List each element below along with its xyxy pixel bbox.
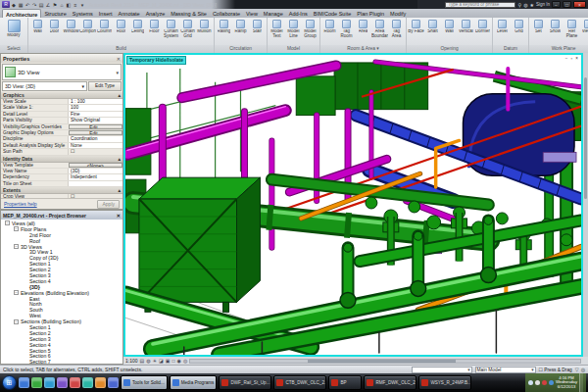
- tree-expander-icon[interactable]: [23, 238, 27, 243]
- taskbar-window-button[interactable]: Tools for Solid...: [121, 375, 168, 390]
- ribbon-tab[interactable]: Modify: [387, 9, 409, 18]
- visual-style-icon[interactable]: ◍: [146, 358, 150, 365]
- tree-expander-icon[interactable]: −: [14, 226, 19, 231]
- shadows-icon[interactable]: ◪: [159, 358, 164, 365]
- reveal-hidden-icon[interactable]: ◎: [183, 358, 187, 365]
- property-value[interactable]: Independent: [68, 174, 122, 179]
- section-header[interactable]: Graphics: [3, 92, 24, 98]
- ribbon-tab[interactable]: Annotate: [116, 9, 143, 18]
- show-crop-icon[interactable]: □: [172, 358, 175, 365]
- ribbon-button[interactable]: Show: [547, 19, 564, 34]
- tray-network-icon[interactable]: [528, 380, 533, 385]
- ribbon-tab[interactable]: BIM/Code Suite: [311, 9, 355, 18]
- communication-center-icon[interactable]: ◍: [523, 2, 527, 8]
- taskbar-window-button[interactable]: RMF_DWK_OLC_2...: [364, 375, 416, 390]
- tree-expander-icon[interactable]: [23, 250, 27, 255]
- application-menu-button[interactable]: R: [2, 1, 10, 8]
- apply-button[interactable]: Apply: [97, 200, 120, 209]
- close-button[interactable]: ×: [573, 1, 586, 8]
- property-value[interactable]: 100: [68, 105, 122, 110]
- tree-expander-icon[interactable]: −: [5, 220, 10, 225]
- favorites-icon[interactable]: ★: [530, 2, 534, 8]
- print-icon[interactable]: ▤: [38, 2, 44, 8]
- ribbon-button[interactable]: Shaft: [424, 19, 441, 34]
- ribbon-button[interactable]: Ramp: [232, 19, 249, 34]
- drawing-area[interactable]: Temporary Hide/Isolate − ▫ × 1:100 ▤◍☀◪▣…: [123, 53, 588, 365]
- show-desktop-button[interactable]: [579, 373, 583, 392]
- tray-volume-icon[interactable]: [535, 380, 540, 385]
- sign-in-button[interactable]: Sign In: [536, 2, 550, 7]
- design-options-select[interactable]: Main Model ▾: [475, 367, 536, 373]
- ribbon-button[interactable]: Floor: [146, 19, 163, 34]
- ribbon-button[interactable]: Curtain System: [163, 19, 179, 38]
- tree-expander-icon[interactable]: −: [14, 244, 19, 249]
- filter-icon[interactable]: ▽: [575, 367, 579, 372]
- collapse-icon[interactable]: ▴: [118, 187, 121, 193]
- ribbon-button[interactable]: Tag Area: [388, 19, 405, 38]
- tray-update-icon[interactable]: [542, 380, 547, 385]
- tree-expander-icon[interactable]: [23, 336, 27, 341]
- ribbon-button[interactable]: Curtain Grid: [179, 19, 196, 38]
- tree-expander-icon[interactable]: [23, 262, 27, 267]
- horizontal-scrollbar[interactable]: [189, 359, 581, 364]
- open-icon[interactable]: ◆: [11, 2, 17, 8]
- section-header[interactable]: Extents: [3, 187, 21, 193]
- tree-expander-icon[interactable]: [23, 330, 27, 335]
- ribbon-tab[interactable]: Insert: [96, 9, 116, 18]
- infocenter-search-input[interactable]: [445, 2, 515, 8]
- taskbar-window-button[interactable]: WSYS_R_24MP.B...: [418, 375, 471, 390]
- ribbon-button[interactable]: Area Boundary: [371, 19, 388, 38]
- pinned-app-icon[interactable]: [44, 377, 55, 388]
- tree-expander-icon[interactable]: [23, 360, 27, 364]
- ribbon-button[interactable]: Window: [63, 19, 79, 34]
- pinned-app-icon[interactable]: [95, 377, 106, 388]
- ribbon-tab[interactable]: Systems: [70, 9, 96, 18]
- collapse-icon[interactable]: ▴: [118, 92, 121, 98]
- tree-expander-icon[interactable]: −: [14, 319, 19, 324]
- tree-expander-icon[interactable]: [23, 232, 27, 237]
- property-value[interactable]: None: [68, 143, 122, 148]
- ribbon-tab[interactable]: Massing & Site: [168, 9, 210, 18]
- ribbon-button[interactable]: Railing: [216, 19, 232, 34]
- ribbon-button[interactable]: Vertical: [458, 19, 474, 34]
- qat-dropdown-icon[interactable]: ▾: [79, 2, 85, 8]
- property-value[interactable]: Fine: [68, 112, 122, 117]
- property-value[interactable]: <None>: [69, 163, 122, 168]
- worksets-select[interactable]: ▾: [412, 367, 472, 373]
- tree-expander-icon[interactable]: [23, 256, 27, 261]
- pinned-app-icon[interactable]: [57, 377, 68, 388]
- property-value[interactable]: ☐: [68, 149, 122, 154]
- section-header[interactable]: Identity Data: [3, 156, 32, 162]
- ribbon-button[interactable]: Model Group: [302, 19, 318, 38]
- tree-expander-icon[interactable]: [23, 278, 27, 283]
- tree-expander-icon[interactable]: [23, 342, 27, 347]
- ribbon-button[interactable]: By Face: [408, 19, 424, 34]
- tray-sync-icon[interactable]: [549, 380, 554, 385]
- property-value[interactable]: Edit...: [69, 124, 122, 129]
- ribbon-button[interactable]: Component: [79, 19, 96, 34]
- ribbon-button[interactable]: Model Text: [269, 19, 285, 38]
- ribbon-button[interactable]: Door: [46, 19, 63, 34]
- save-icon[interactable]: ▦: [18, 2, 24, 8]
- ribbon-button[interactable]: Area: [355, 19, 371, 34]
- clock[interactable]: 4:16 PM Wednesday 6/12/2013: [556, 376, 577, 390]
- tree-expander-icon[interactable]: [23, 348, 27, 353]
- pinned-app-icon[interactable]: [82, 377, 93, 388]
- property-value[interactable]: {3D}: [68, 169, 122, 173]
- selection-count-icon[interactable]: ◎: [581, 367, 585, 372]
- ribbon-tab[interactable]: Manage: [261, 9, 286, 18]
- tree-item[interactable]: Section 7: [1, 359, 122, 364]
- ribbon-tab[interactable]: Plan Plugin: [354, 9, 387, 18]
- taskbar-window-button[interactable]: DWF_Rail_St_Up...: [219, 375, 271, 390]
- redo-icon[interactable]: ↷: [31, 2, 37, 8]
- tree-expander-icon[interactable]: [23, 308, 27, 313]
- taskbar-window-button[interactable]: CTB_DWK_OLC_2...: [273, 375, 326, 390]
- pinned-app-icon[interactable]: [19, 377, 29, 388]
- pinned-app-icon[interactable]: [108, 377, 119, 388]
- sun-path-icon[interactable]: ☀: [153, 358, 157, 365]
- ribbon-tab[interactable]: Add-Ins: [286, 9, 311, 18]
- ribbon-button[interactable]: Level: [494, 19, 511, 34]
- project-browser-close-icon[interactable]: ✕: [117, 213, 121, 219]
- property-value[interactable]: Show Original: [68, 118, 122, 122]
- ribbon-button[interactable]: Wall: [441, 19, 458, 34]
